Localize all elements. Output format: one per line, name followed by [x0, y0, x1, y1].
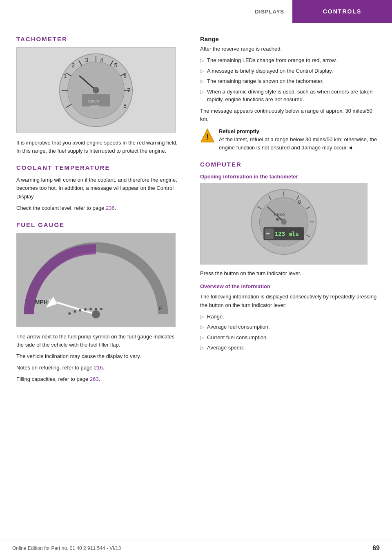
- svg-point-31: [74, 310, 76, 313]
- page-number: 69: [372, 545, 380, 552]
- warning-title: Refuel promptly: [219, 127, 380, 136]
- opening-body: Press the button on the turn indicator l…: [200, 269, 380, 278]
- svg-point-53: [281, 219, 287, 225]
- displays-label: DISPLAYS: [255, 9, 284, 15]
- displays-tab[interactable]: DISPLAYS: [247, 9, 292, 15]
- svg-point-35: [95, 308, 97, 310]
- list-item: ▷ Average fuel consumption.: [200, 323, 380, 331]
- warning-text: Refuel promptly At the latest, refuel at…: [219, 127, 380, 152]
- bullet-arrow-icon: ▷: [200, 57, 204, 64]
- page-footer: Online Edition for Part no. 01 40 2 911 …: [0, 540, 392, 556]
- overview-intro: The following information is displayed c…: [200, 293, 380, 309]
- fuel-gauge-body2: The vehicle inclination may cause the di…: [16, 352, 180, 360]
- svg-text:1: 1: [64, 73, 67, 79]
- list-item: ▷ When a dynamic driving style is used, …: [200, 88, 380, 104]
- warning-icon: !: [200, 128, 215, 143]
- controls-label: CONTROLS: [323, 8, 362, 15]
- fuel-gauge-body1: The arrow next to the fuel pump symbol o…: [16, 333, 180, 349]
- svg-point-27: [92, 310, 100, 318]
- tachometer-body: It is imperative that you avoid engine s…: [16, 139, 180, 155]
- fuel-gauge-image: MPH F: [16, 233, 176, 327]
- range-message-note: The message appears continuously below a…: [200, 107, 380, 123]
- svg-point-34: [89, 308, 92, 310]
- svg-text:!: !: [206, 133, 209, 141]
- svg-text:123 mls: 123 mls: [275, 231, 299, 237]
- footer-label: Online Edition for Part no. 01 40 2 911 …: [12, 545, 121, 551]
- range-heading: Range: [200, 36, 380, 42]
- bullet-arrow-icon: ▷: [200, 78, 204, 85]
- list-item: ▷ Current fuel consumption.: [200, 334, 380, 342]
- svg-text:x1000: x1000: [88, 99, 99, 103]
- svg-text:6: 6: [123, 73, 127, 79]
- list-item: ▷ The remaining range is shown on the ta…: [200, 77, 380, 85]
- filling-link[interactable]: 263: [90, 376, 99, 382]
- right-column: Range After the reserve range is reached…: [192, 36, 392, 405]
- coolant-heading: COOLANT TEMPERATURE: [16, 164, 180, 171]
- tachometer-section: TACHOMETER: [16, 36, 180, 155]
- bullet-arrow-icon: ▷: [200, 334, 204, 341]
- coolant-body1: A warning lamp will come on if the coola…: [16, 176, 180, 200]
- left-column: TACHOMETER: [0, 36, 192, 405]
- notes-link[interactable]: 216: [94, 365, 103, 371]
- computer-heading: COMPUTER: [200, 161, 380, 168]
- controls-tab[interactable]: CONTROLS: [292, 0, 392, 23]
- svg-point-33: [84, 308, 87, 311]
- bullet-arrow-icon: ▷: [200, 67, 204, 75]
- bullet-arrow-icon: ▷: [200, 313, 204, 320]
- svg-text:F: F: [159, 306, 162, 311]
- coolant-section: COOLANT TEMPERATURE A warning lamp will …: [16, 164, 180, 212]
- svg-text:2: 2: [72, 62, 75, 69]
- bullet-arrow-icon: ▷: [200, 344, 204, 351]
- opening-subheading: Opening information in the tachometer: [200, 173, 380, 180]
- fuel-gauge-notes: Notes on refueling, refer to page 216.: [16, 364, 180, 372]
- list-item: ▷ Average speed.: [200, 344, 380, 352]
- coolant-link[interactable]: 236: [106, 205, 115, 211]
- svg-text:5: 5: [114, 62, 118, 69]
- range-section: Range After the reserve range is reached…: [200, 36, 380, 152]
- svg-point-32: [79, 309, 81, 311]
- svg-text:4: 4: [100, 57, 103, 63]
- warning-body: At the latest, refuel at a range below 3…: [219, 136, 380, 152]
- svg-text:RPM: RPM: [91, 104, 99, 108]
- computer-section: COMPUTER Opening information in the tach…: [200, 161, 380, 351]
- computer-tachometer-image: 8 x 1000 RPM ➡ 123 mls: [200, 183, 368, 265]
- coolant-body2: Check the coolant level, refer to page 2…: [16, 204, 180, 212]
- computer-bullets: ▷ Range. ▷ Average fuel consumption. ▷ C…: [200, 313, 380, 352]
- svg-text:3: 3: [85, 57, 88, 63]
- svg-point-30: [68, 312, 71, 315]
- svg-text:7: 7: [127, 87, 130, 93]
- warning-box: ! Refuel promptly At the latest, refuel …: [200, 127, 380, 152]
- page-header: DISPLAYS CONTROLS: [0, 0, 392, 23]
- list-item: ▷ Range.: [200, 313, 380, 321]
- range-intro: After the reserve range is reached:: [200, 45, 380, 53]
- bullet-arrow-icon: ▷: [200, 323, 204, 331]
- bullet-arrow-icon: ▷: [200, 88, 204, 96]
- svg-point-36: [100, 308, 102, 310]
- svg-text:MPH: MPH: [35, 299, 48, 306]
- fuel-gauge-section: FUEL GAUGE MPH F: [16, 221, 180, 384]
- svg-text:8: 8: [298, 199, 301, 205]
- fuel-gauge-heading: FUEL GAUGE: [16, 221, 180, 228]
- svg-text:➡: ➡: [266, 231, 270, 236]
- tachometer-image: 1 2 3 4 5 6 7 8 x1000 RPM: [16, 47, 176, 133]
- svg-point-20: [93, 87, 99, 93]
- range-bullets: ▷ The remaining LEDs change from orange …: [200, 56, 380, 104]
- svg-text:8: 8: [123, 102, 127, 109]
- list-item: ▷ A message is briefly displayed on the …: [200, 67, 380, 75]
- main-content: TACHOMETER: [0, 23, 392, 405]
- overview-subheading: Overview of the information: [200, 283, 380, 289]
- list-item: ▷ The remaining LEDs change from orange …: [200, 56, 380, 64]
- tachometer-heading: TACHOMETER: [16, 36, 180, 42]
- fuel-gauge-filling: Filling capacities, refer to page 263.: [16, 375, 180, 383]
